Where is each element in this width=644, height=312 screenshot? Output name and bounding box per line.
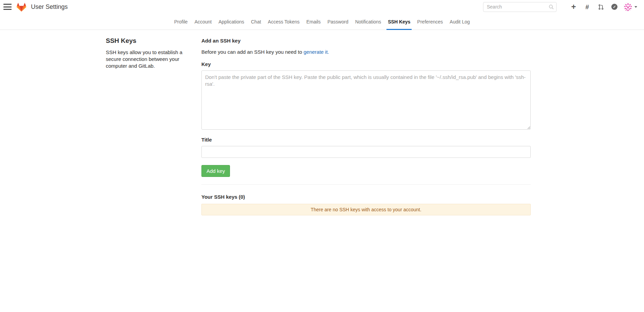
tab-account[interactable]: Account [191, 14, 215, 30]
section-description-text: SSH keys allow you to establish a secure… [106, 49, 191, 69]
check-circle-icon: ✓ [611, 4, 617, 10]
tab-password[interactable]: Password [324, 14, 351, 30]
tab-preferences[interactable]: Preferences [414, 14, 446, 30]
plus-icon[interactable]: + [567, 3, 580, 11]
hamburger-menu-icon[interactable] [3, 4, 12, 10]
tab-profile[interactable]: Profile [171, 14, 191, 30]
tab-audit-log[interactable]: Audit Log [446, 14, 473, 30]
generate-key-hint: Before you can add an SSH key you need t… [201, 49, 531, 55]
top-navbar: User Settings + # ✓ [0, 0, 644, 14]
avatar [623, 2, 632, 11]
add-ssh-key-heading: Add an SSH key [201, 38, 531, 44]
tab-emails[interactable]: Emails [303, 14, 324, 30]
generate-key-hint-text: Before you can add an SSH key you need t… [201, 49, 303, 55]
key-label: Key [201, 61, 531, 67]
todos-icon[interactable]: ✓ [608, 4, 621, 10]
page-title: User Settings [31, 3, 68, 11]
section-description: SSH Keys SSH keys allow you to establish… [106, 37, 191, 69]
key-textarea[interactable] [201, 70, 531, 130]
tab-access-tokens[interactable]: Access Tokens [264, 14, 303, 30]
tab-chat[interactable]: Chat [248, 14, 265, 30]
search-icon [549, 4, 554, 10]
merge-request-icon[interactable] [594, 4, 608, 10]
your-ssh-keys-heading: Your SSH keys (0) [201, 194, 531, 200]
generate-it-link[interactable]: generate it. [303, 49, 329, 55]
ssh-key-form-area: Add an SSH key Before you can add an SSH… [201, 37, 531, 215]
title-field-group: Title [201, 137, 531, 158]
tab-notifications[interactable]: Notifications [352, 14, 384, 30]
hash-icon[interactable]: # [580, 4, 594, 10]
gitlab-logo-icon[interactable] [16, 2, 27, 12]
key-field-group: Key [201, 61, 531, 130]
title-input[interactable] [201, 146, 531, 158]
empty-keys-message: There are no SSH keys with access to you… [201, 204, 531, 215]
divider [201, 184, 531, 185]
settings-tabs: Profile Account Applications Chat Access… [0, 14, 644, 30]
title-label: Title [201, 137, 531, 143]
user-menu[interactable] [623, 2, 637, 11]
settings-content: SSH Keys SSH keys allow you to establish… [0, 30, 644, 215]
search-box [483, 2, 557, 12]
tab-applications[interactable]: Applications [215, 14, 248, 30]
chevron-down-icon [634, 6, 637, 8]
search-input[interactable] [483, 2, 557, 12]
section-heading: SSH Keys [106, 37, 191, 45]
tab-ssh-keys[interactable]: SSH Keys [384, 14, 414, 30]
add-key-button[interactable]: Add key [201, 165, 230, 177]
